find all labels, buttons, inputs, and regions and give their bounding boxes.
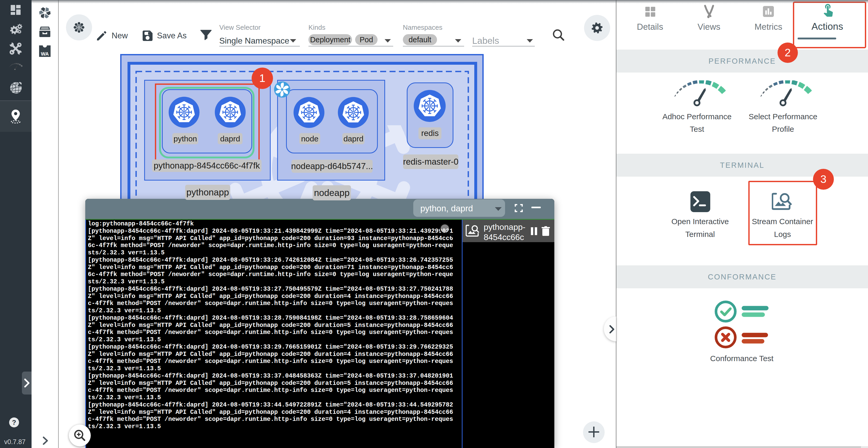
svg-text:?: ? bbox=[12, 419, 16, 426]
svg-text:WA: WA bbox=[41, 51, 49, 57]
